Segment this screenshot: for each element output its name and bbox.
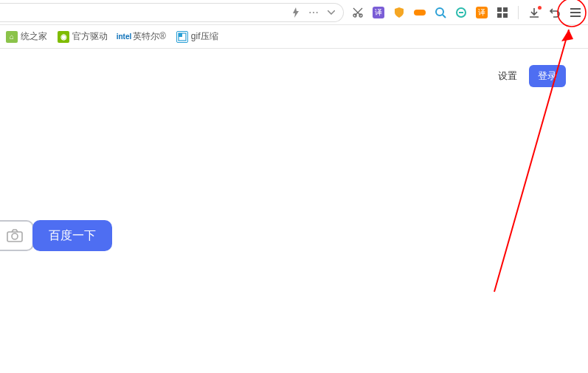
svg-rect-7	[497, 13, 502, 18]
svg-point-12	[12, 233, 18, 239]
chevron-down-icon[interactable]	[325, 7, 337, 18]
settings-link[interactable]: 设置	[498, 69, 517, 83]
menu-button[interactable]	[567, 4, 584, 21]
bookmark-label: 官方驱动	[72, 30, 108, 43]
svg-rect-5	[497, 7, 502, 12]
undo-icon[interactable]	[547, 4, 563, 21]
separator	[518, 6, 519, 19]
download-icon[interactable]	[526, 4, 542, 21]
search-area: 百度一下	[0, 220, 112, 251]
scissors-icon[interactable]	[350, 4, 366, 21]
search-input-box[interactable]	[0, 220, 34, 251]
browser-toolbar: ⋯ 译 译	[0, 0, 588, 25]
intel-icon: intel	[118, 31, 130, 43]
toolbar-actions: 译 译	[350, 4, 584, 21]
system-home-icon: ⌂	[6, 31, 18, 43]
zoom-icon[interactable]	[453, 4, 469, 21]
svg-rect-6	[503, 7, 508, 12]
apps-grid-icon[interactable]	[494, 4, 511, 21]
gif-compress-icon	[176, 31, 188, 43]
bookmarks-bar: ⌂ 统之家 ◉ 官方驱动 intel 英特尔® gif压缩	[0, 25, 588, 49]
gamepad-icon[interactable]	[412, 4, 428, 21]
bookmark-system-home[interactable]: ⌂ 统之家	[6, 30, 47, 43]
bookmark-label: gif压缩	[191, 30, 218, 43]
translate-label: 译	[373, 7, 384, 18]
nvidia-icon: ◉	[58, 31, 69, 43]
svg-rect-2	[414, 10, 426, 16]
bookmark-gif-compress[interactable]: gif压缩	[176, 30, 218, 43]
login-button[interactable]: 登录	[529, 65, 566, 87]
bookmark-label: 统之家	[21, 30, 47, 43]
bookmark-label: 英特尔®	[133, 30, 166, 43]
translate2-label: 译	[476, 7, 488, 18]
shield-icon[interactable]	[391, 4, 407, 21]
svg-rect-10	[179, 33, 182, 37]
search-button[interactable]: 百度一下	[32, 220, 112, 251]
camera-icon[interactable]	[6, 227, 24, 244]
bookmark-nvidia[interactable]: ◉ 官方驱动	[58, 30, 108, 43]
svg-rect-8	[503, 13, 508, 18]
svg-point-3	[436, 8, 443, 16]
bookmark-intel[interactable]: intel 英特尔®	[118, 30, 166, 43]
translate2-icon[interactable]: 译	[474, 4, 490, 21]
more-icon[interactable]: ⋯	[308, 7, 319, 18]
translate-icon[interactable]: 译	[370, 4, 387, 21]
lightning-icon[interactable]	[290, 7, 302, 18]
address-bar[interactable]: ⋯	[0, 3, 344, 22]
page-header: 设置 登录	[0, 49, 588, 87]
search-toolbar-icon[interactable]	[432, 4, 449, 21]
